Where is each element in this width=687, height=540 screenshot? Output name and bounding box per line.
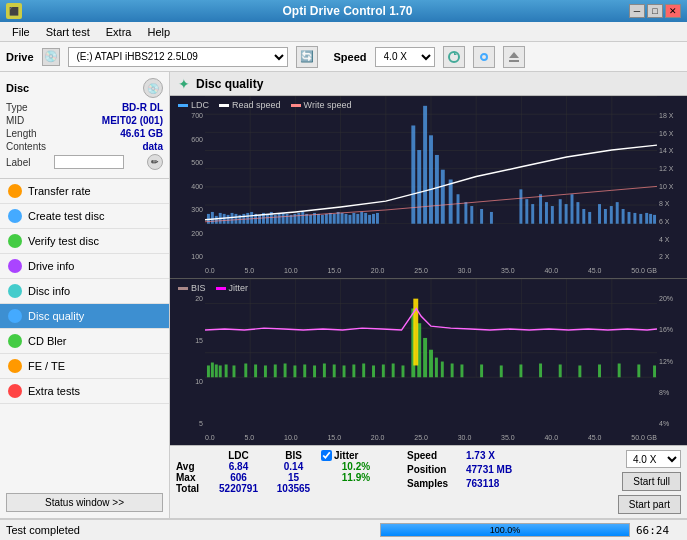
svg-rect-94	[616, 202, 619, 224]
speed-select[interactable]: 4.0 X	[375, 47, 435, 67]
samples-value: 763118	[466, 478, 499, 489]
svg-rect-152	[559, 365, 562, 378]
nav-drive-info[interactable]: Drive info	[0, 254, 169, 279]
jitter-legend-dot	[216, 287, 226, 290]
svg-rect-58	[345, 214, 348, 224]
svg-rect-59	[348, 215, 351, 224]
x-bot-45: 45.0	[588, 434, 602, 441]
svg-rect-73	[449, 180, 453, 224]
title-bar: ⬛ Opti Drive Control 1.70 ─ □ ✕	[0, 0, 687, 22]
svg-rect-68	[417, 150, 421, 224]
maximize-button[interactable]: □	[647, 4, 663, 18]
menu-bar: File Start test Extra Help	[0, 22, 687, 42]
nav-transfer-rate[interactable]: Transfer rate	[0, 179, 169, 204]
nav-verify-test[interactable]: Verify test disc	[0, 229, 169, 254]
disc-panel: Disc 💿 Type BD-R DL MID MEIT02 (001) Len…	[0, 72, 169, 179]
disc-quality-header: ✦ Disc quality	[170, 72, 687, 96]
position-value: 47731 MB	[466, 464, 512, 475]
avg-jitter: 10.2%	[321, 461, 391, 472]
svg-rect-62	[360, 212, 363, 224]
y-right-16pct: 16%	[657, 326, 687, 333]
svg-rect-57	[341, 213, 344, 224]
stats-table: LDC BIS Jitter Avg 6.84 0.14	[176, 450, 391, 494]
start-part-button[interactable]: Start part	[618, 495, 681, 514]
close-button[interactable]: ✕	[665, 4, 681, 18]
stats-row: LDC BIS Jitter Avg 6.84 0.14	[170, 445, 687, 518]
nav-extra-tests[interactable]: Extra tests	[0, 379, 169, 404]
svg-rect-47	[301, 212, 304, 224]
disc-icon[interactable]: 💿	[143, 78, 163, 98]
svg-rect-66	[376, 213, 379, 224]
svg-rect-72	[441, 170, 445, 224]
settings-button[interactable]	[473, 46, 495, 68]
svg-rect-133	[343, 366, 346, 378]
y-right-12: 12 X	[657, 165, 687, 172]
progress-text: 100.0%	[381, 524, 629, 536]
svg-rect-121	[225, 365, 228, 378]
bis-legend-label: BIS	[191, 283, 206, 293]
nav-disc-quality[interactable]: Disc quality	[0, 304, 169, 329]
minimize-button[interactable]: ─	[629, 4, 645, 18]
svg-rect-150	[519, 365, 522, 378]
svg-rect-64	[368, 215, 371, 224]
svg-rect-82	[539, 194, 542, 223]
label-edit-icon[interactable]: ✏	[147, 154, 163, 170]
svg-rect-157	[653, 366, 656, 378]
y-top-100: 100	[170, 253, 205, 260]
y-top-200: 200	[170, 230, 205, 237]
legend-bottom: BIS Jitter	[178, 283, 248, 293]
start-full-button[interactable]: Start full	[622, 472, 681, 491]
svg-rect-41	[278, 214, 281, 224]
drive-refresh-button[interactable]: 🔄	[296, 46, 318, 68]
progress-bar: 100.0%	[380, 523, 630, 537]
max-ldc: 606	[211, 472, 266, 483]
jitter-col-header: Jitter	[334, 450, 358, 461]
svg-rect-120	[219, 366, 222, 378]
nav-disc-info[interactable]: Disc info	[0, 279, 169, 304]
legend-top: LDC Read speed Write speed	[178, 100, 351, 110]
svg-rect-79	[519, 189, 522, 223]
x-top-50: 50.0 GB	[631, 267, 657, 274]
svg-rect-60	[352, 213, 355, 224]
nav-create-test[interactable]: Create test disc	[0, 204, 169, 229]
svg-rect-40	[274, 215, 277, 224]
speed-label: Speed	[334, 51, 367, 63]
y-right-4pct: 4%	[657, 420, 687, 427]
svg-rect-153	[578, 366, 581, 378]
y-top-300: 300	[170, 206, 205, 213]
menu-file[interactable]: File	[4, 24, 38, 40]
menu-help[interactable]: Help	[139, 24, 178, 40]
svg-rect-85	[559, 199, 562, 224]
bis-legend-dot	[178, 287, 188, 290]
time-display: 66:24	[636, 524, 681, 537]
label-label: Label	[6, 157, 30, 168]
x-top-10: 10.0	[284, 267, 298, 274]
eject-button[interactable]	[503, 46, 525, 68]
refresh-button[interactable]	[443, 46, 465, 68]
jitter-checkbox[interactable]	[321, 450, 332, 461]
test-speed-select[interactable]: 4.0 X	[626, 450, 681, 468]
svg-rect-147	[460, 365, 463, 378]
svg-rect-54	[329, 213, 332, 224]
menu-extra[interactable]: Extra	[98, 24, 140, 40]
chart-bottom-svg	[205, 279, 657, 377]
drive-select[interactable]: (E:) ATAPI iHBS212 2.5L09	[68, 47, 288, 67]
x-bot-0: 0.0	[205, 434, 215, 441]
svg-rect-149	[500, 366, 503, 378]
svg-rect-78	[490, 212, 493, 224]
nav-cd-bler[interactable]: CD Bler	[0, 329, 169, 354]
svg-rect-74	[457, 194, 460, 223]
svg-rect-131	[323, 364, 326, 378]
label-input[interactable]	[54, 155, 124, 169]
fe-te-icon	[8, 359, 22, 373]
bis-col-header: BIS	[266, 450, 321, 461]
avg-bis: 0.14	[266, 461, 321, 472]
svg-rect-92	[604, 209, 607, 224]
y-right-10: 10 X	[657, 183, 687, 190]
max-jitter: 11.9%	[321, 472, 391, 483]
nav-fe-te[interactable]: FE / TE	[0, 354, 169, 379]
cd-bler-icon	[8, 334, 22, 348]
svg-rect-156	[637, 365, 640, 378]
menu-start-test[interactable]: Start test	[38, 24, 98, 40]
status-window-button[interactable]: Status window >>	[6, 493, 163, 512]
